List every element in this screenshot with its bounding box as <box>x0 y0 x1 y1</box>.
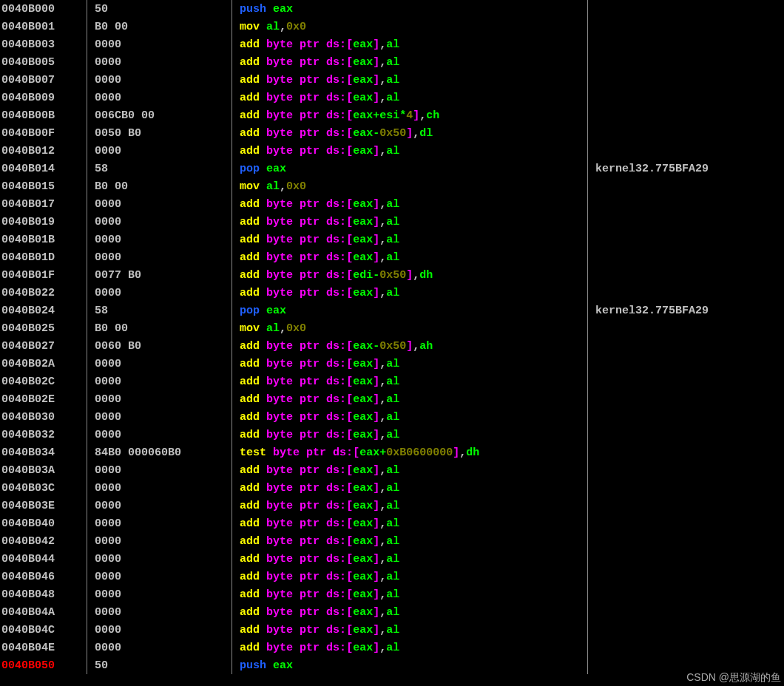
disasm-row[interactable]: 0040B01D0000add byte ptr ds:[eax],al <box>0 248 784 266</box>
comment-cell <box>588 621 785 639</box>
disasm-row[interactable]: 0040B0030000add byte ptr ds:[eax],al <box>0 35 784 53</box>
disasm-row[interactable]: 0040B0480000add byte ptr ds:[eax],al <box>0 585 784 603</box>
bytes-cell: 0000 <box>87 514 232 532</box>
disasm-row[interactable]: 0040B04A0000add byte ptr ds:[eax],al <box>0 603 784 621</box>
disasm-row[interactable]: 0040B02A0000add byte ptr ds:[eax],al <box>0 355 784 373</box>
bytes-cell: 0000 <box>87 585 232 603</box>
comment-cell <box>588 426 785 444</box>
disasm-row[interactable]: 0040B01B0000add byte ptr ds:[eax],al <box>0 231 784 248</box>
disasm-row[interactable]: 0040B0190000add byte ptr ds:[eax],al <box>0 213 784 231</box>
disasm-row[interactable]: 0040B0070000add byte ptr ds:[eax],al <box>0 71 784 89</box>
disasm-row[interactable]: 0040B01F0077 B0add byte ptr ds:[edi-0x50… <box>0 266 784 284</box>
disasm-row[interactable]: 0040B04E0000add byte ptr ds:[eax],al <box>0 639 784 656</box>
comment-cell <box>588 479 785 497</box>
disasm-row[interactable]: 0040B0460000add byte ptr ds:[eax],al <box>0 568 784 585</box>
address-cell: 0040B048 <box>0 585 87 603</box>
disasm-row[interactable]: 0040B02E0000add byte ptr ds:[eax],al <box>0 390 784 408</box>
disasm-cell: add byte ptr ds:[eax+esi*4],ch <box>232 106 588 124</box>
address-cell: 0040B017 <box>0 195 87 213</box>
comment-cell <box>588 514 785 532</box>
comment-cell: kernel32.775BFA29 <box>588 160 785 177</box>
bytes-cell: 0000 <box>87 479 232 497</box>
comment-cell <box>588 568 785 585</box>
comment-cell <box>588 248 785 266</box>
disasm-row[interactable]: 0040B0270060 B0add byte ptr ds:[eax-0x50… <box>0 337 784 355</box>
disasm-row[interactable]: 0040B0220000add byte ptr ds:[eax],al <box>0 284 784 302</box>
bytes-cell: 0000 <box>87 248 232 266</box>
disasm-row[interactable]: 0040B0090000add byte ptr ds:[eax],al <box>0 89 784 106</box>
disasm-row[interactable]: 0040B03C0000add byte ptr ds:[eax],al <box>0 479 784 497</box>
disasm-cell: add byte ptr ds:[eax],al <box>232 497 588 514</box>
comment-cell <box>588 124 785 142</box>
disasm-cell: mov al,0x0 <box>232 177 588 195</box>
address-cell: 0040B03A <box>0 461 87 479</box>
disasm-cell: add byte ptr ds:[eax],al <box>232 142 588 160</box>
bytes-cell: 0000 <box>87 71 232 89</box>
disasm-cell: mov al,0x0 <box>232 18 588 35</box>
disasm-row[interactable]: 0040B02458pop eaxkernel32.775BFA29 <box>0 302 784 319</box>
comment-cell <box>588 35 785 53</box>
disassembly-table[interactable]: 0040B00050push eax0040B001B0 00mov al,0x… <box>0 0 784 674</box>
disasm-row[interactable]: 0040B0050000add byte ptr ds:[eax],al <box>0 53 784 71</box>
bytes-cell: 50 <box>87 0 232 18</box>
disasm-row[interactable]: 0040B03484B0 000060B0test byte ptr ds:[e… <box>0 444 784 461</box>
comment-cell <box>588 603 785 621</box>
disasm-cell: add byte ptr ds:[eax],al <box>232 284 588 302</box>
disasm-row[interactable]: 0040B03E0000add byte ptr ds:[eax],al <box>0 497 784 514</box>
bytes-cell: 0000 <box>87 231 232 248</box>
disasm-row[interactable]: 0040B00B006CB0 00add byte ptr ds:[eax+es… <box>0 106 784 124</box>
comment-cell <box>588 319 785 337</box>
address-cell: 0040B027 <box>0 337 87 355</box>
disasm-row[interactable]: 0040B05050push eax <box>0 656 784 674</box>
bytes-cell: 0000 <box>87 497 232 514</box>
comment-cell <box>588 231 785 248</box>
disasm-row[interactable]: 0040B03A0000add byte ptr ds:[eax],al <box>0 461 784 479</box>
disasm-row[interactable]: 0040B025B0 00mov al,0x0 <box>0 319 784 337</box>
disasm-cell: add byte ptr ds:[eax],al <box>232 53 588 71</box>
comment-cell <box>588 355 785 373</box>
bytes-cell: 0000 <box>87 284 232 302</box>
address-cell: 0040B015 <box>0 177 87 195</box>
address-cell: 0040B00F <box>0 124 87 142</box>
bytes-cell: 0000 <box>87 35 232 53</box>
bytes-cell: 58 <box>87 160 232 177</box>
disasm-row[interactable]: 0040B0120000add byte ptr ds:[eax],al <box>0 142 784 160</box>
comment-cell: kernel32.775BFA29 <box>588 302 785 319</box>
disasm-row[interactable]: 0040B001B0 00mov al,0x0 <box>0 18 784 35</box>
comment-cell <box>588 585 785 603</box>
watermark-text: CSDN @思源湖的鱼 <box>686 671 781 685</box>
disasm-row[interactable]: 0040B0400000add byte ptr ds:[eax],al <box>0 514 784 532</box>
disasm-cell: test byte ptr ds:[eax+0xB0600000],dh <box>232 444 588 461</box>
bytes-cell: 0000 <box>87 621 232 639</box>
bytes-cell: 0050 B0 <box>87 124 232 142</box>
bytes-cell: B0 00 <box>87 177 232 195</box>
address-cell: 0040B005 <box>0 53 87 71</box>
disasm-cell: add byte ptr ds:[eax],al <box>232 461 588 479</box>
comment-cell <box>588 461 785 479</box>
address-cell: 0040B04A <box>0 603 87 621</box>
address-cell: 0040B02C <box>0 373 87 390</box>
disasm-cell: add byte ptr ds:[eax],al <box>232 408 588 426</box>
bytes-cell: 50 <box>87 656 232 674</box>
disasm-row[interactable]: 0040B00F0050 B0add byte ptr ds:[eax-0x50… <box>0 124 784 142</box>
address-cell: 0040B012 <box>0 142 87 160</box>
disasm-row[interactable]: 0040B0170000add byte ptr ds:[eax],al <box>0 195 784 213</box>
disasm-row[interactable]: 0040B00050push eax <box>0 0 784 18</box>
bytes-cell: 58 <box>87 302 232 319</box>
disasm-row[interactable]: 0040B0440000add byte ptr ds:[eax],al <box>0 550 784 568</box>
disasm-row[interactable]: 0040B0320000add byte ptr ds:[eax],al <box>0 426 784 444</box>
disasm-row[interactable]: 0040B01458pop eaxkernel32.775BFA29 <box>0 160 784 177</box>
bytes-cell: 0000 <box>87 461 232 479</box>
address-cell: 0040B01B <box>0 231 87 248</box>
comment-cell <box>588 390 785 408</box>
address-cell: 0040B044 <box>0 550 87 568</box>
disasm-row[interactable]: 0040B04C0000add byte ptr ds:[eax],al <box>0 621 784 639</box>
disasm-row[interactable]: 0040B015B0 00mov al,0x0 <box>0 177 784 195</box>
disasm-row[interactable]: 0040B02C0000add byte ptr ds:[eax],al <box>0 373 784 390</box>
bytes-cell: 0000 <box>87 53 232 71</box>
address-cell: 0040B024 <box>0 302 87 319</box>
disasm-row[interactable]: 0040B0300000add byte ptr ds:[eax],al <box>0 408 784 426</box>
disasm-row[interactable]: 0040B0420000add byte ptr ds:[eax],al <box>0 532 784 550</box>
comment-cell <box>588 373 785 390</box>
disasm-cell: push eax <box>232 0 588 18</box>
